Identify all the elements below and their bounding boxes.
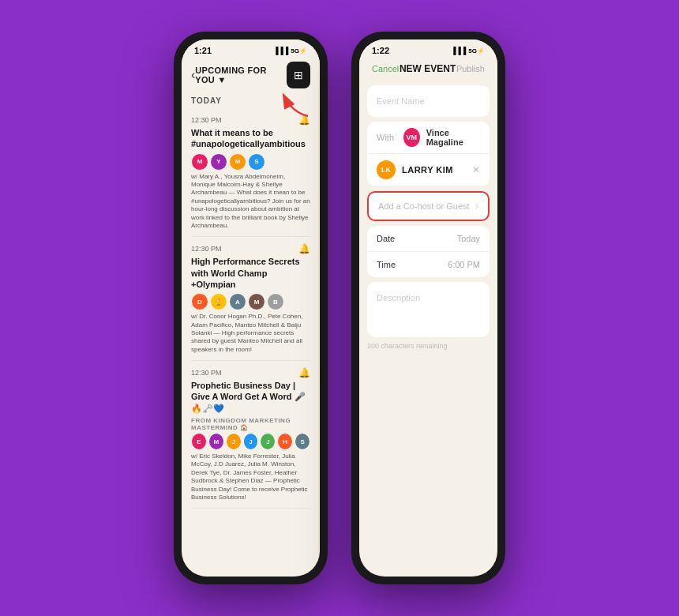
avatar-11: M <box>208 433 224 450</box>
add-event-button[interactable]: ⊞ <box>287 62 310 88</box>
event-item-3[interactable]: 12:30 PM 🔔 Prophetic Business Day | Give… <box>191 361 310 509</box>
bell-icon-2: 🔔 <box>298 243 310 254</box>
avatar-row-1: M Y M S <box>191 153 310 171</box>
event-desc-3: w/ Eric Skeldon, Mike Forrester, Julia M… <box>191 453 310 501</box>
date-row[interactable]: Date Today <box>367 226 490 252</box>
avatar-10: E <box>191 433 207 450</box>
with-row: With VM Vince Magaline <box>367 122 490 154</box>
larry-arrow <box>367 156 371 183</box>
char-count: 200 characters remaining <box>367 342 490 350</box>
with-label: With <box>377 133 394 142</box>
event-item-1[interactable]: 12:30 PM 🔔 What it means to be #unapolog… <box>191 108 310 237</box>
avatar-13: J <box>243 433 259 450</box>
bell-icon-3: 🔔 <box>298 367 310 378</box>
signal-right: ▐▐▐ 5G⚡ <box>451 47 485 54</box>
cohost-placeholder: Add a Co-host or Guest <box>378 201 475 211</box>
time-label: Time <box>377 260 448 269</box>
avatar-12: J <box>226 433 242 450</box>
event-title-2: High Performance Secrets with World Cham… <box>191 256 310 290</box>
avatar-2: Y <box>210 153 227 171</box>
cancel-button[interactable]: Cancel <box>372 64 399 73</box>
right-phone: 1:22 ▐▐▐ 5G⚡ Cancel NEW EVENT Publish Ev… <box>351 32 505 584</box>
avatar-3: M <box>229 153 246 171</box>
vince-name: Vince Magaline <box>426 128 480 147</box>
event-time-2: 12:30 PM <box>191 245 222 253</box>
avatar-16: S <box>294 433 310 450</box>
event-desc-1: w/ Mary A., Yousra Abdelmoneim, Monique … <box>191 173 310 231</box>
status-bar-right: 1:22 ▐▐▐ 5G⚡ <box>359 39 497 58</box>
signal-left: ▐▐▐ 5G⚡ <box>273 47 307 54</box>
event-time-3: 12:30 PM <box>191 369 222 377</box>
nav-bar-left: ‹ UPCOMING FOR YOU ▼ ⊞ <box>182 58 320 93</box>
avatar-8: M <box>248 293 265 310</box>
time-value: 6:00 PM <box>448 260 480 269</box>
date-time-section: Date Today Time 6:00 PM <box>367 226 490 277</box>
avatar-7: A <box>229 293 246 310</box>
event-title-1: What it means to be #unapologeticallyamb… <box>191 127 310 150</box>
cohost-chevron-icon: › <box>475 201 478 212</box>
larry-name: LARRY KIM <box>402 165 466 175</box>
description-section[interactable]: Description <box>367 282 490 337</box>
hosts-section: With VM Vince Magaline <box>367 122 490 186</box>
event-time-1: 12:30 PM <box>191 116 222 124</box>
avatar-5: D <box>191 293 208 310</box>
bell-icon-1: 🔔 <box>298 115 310 126</box>
vince-avatar: VM <box>403 128 420 147</box>
today-label: TODAY <box>182 93 320 108</box>
avatar-6: 🏆 <box>210 293 227 310</box>
from-label-3: From KINGDOM MARKETING MASTERMIND 🏠 <box>191 417 310 431</box>
avatar-row-2: D 🏆 A M B <box>191 293 310 310</box>
publish-button[interactable]: Publish <box>456 64 485 73</box>
avatar-1: M <box>191 153 208 171</box>
event-name-row[interactable]: Event Name <box>367 85 490 117</box>
avatar-14: J <box>260 433 276 450</box>
status-bar-left: 1:21 ▐▐▐ 5G⚡ <box>182 39 320 58</box>
time-right: 1:22 <box>372 46 389 55</box>
event-item-2[interactable]: 12:30 PM 🔔 High Performance Secrets with… <box>191 237 310 361</box>
time-left: 1:21 <box>194 46 212 55</box>
larry-avatar: LK <box>377 160 396 179</box>
description-placeholder: Description <box>377 293 420 302</box>
events-list: 12:30 PM 🔔 What it means to be #unapolog… <box>182 108 320 574</box>
avatar-4: S <box>248 153 265 171</box>
form-nav: Cancel NEW EVENT Publish <box>359 58 497 81</box>
larry-row: LK LARRY KIM ✕ <box>367 154 490 186</box>
right-screen: 1:22 ▐▐▐ 5G⚡ Cancel NEW EVENT Publish Ev… <box>359 39 497 577</box>
event-desc-2: w/ Dr. Conor Hogan Ph.D., Pete Cohen, Ad… <box>191 313 310 354</box>
event-title-3: Prophetic Business Day | Give A Word Get… <box>191 380 310 414</box>
nav-title: UPCOMING FOR YOU ▼ <box>195 66 287 85</box>
new-event-title: NEW EVENT <box>400 63 456 74</box>
date-value: Today <box>457 234 480 243</box>
avatar-9: B <box>267 293 284 310</box>
date-label: Date <box>377 234 457 243</box>
add-cohost-row[interactable]: Add a Co-host or Guest › <box>367 191 490 221</box>
avatar-15: H <box>277 433 293 450</box>
left-screen: 1:21 ▐▐▐ 5G⚡ ‹ UPCOMING FOR YOU ▼ ⊞ <box>182 39 320 577</box>
event-name-section: Event Name <box>367 85 490 117</box>
event-name-placeholder: Event Name <box>377 96 425 106</box>
avatar-row-3: E M J J J H S <box>191 433 310 450</box>
left-phone: 1:21 ▐▐▐ 5G⚡ ‹ UPCOMING FOR YOU ▼ ⊞ <box>174 32 328 584</box>
remove-larry-button[interactable]: ✕ <box>472 164 480 175</box>
time-row[interactable]: Time 6:00 PM <box>367 252 490 277</box>
